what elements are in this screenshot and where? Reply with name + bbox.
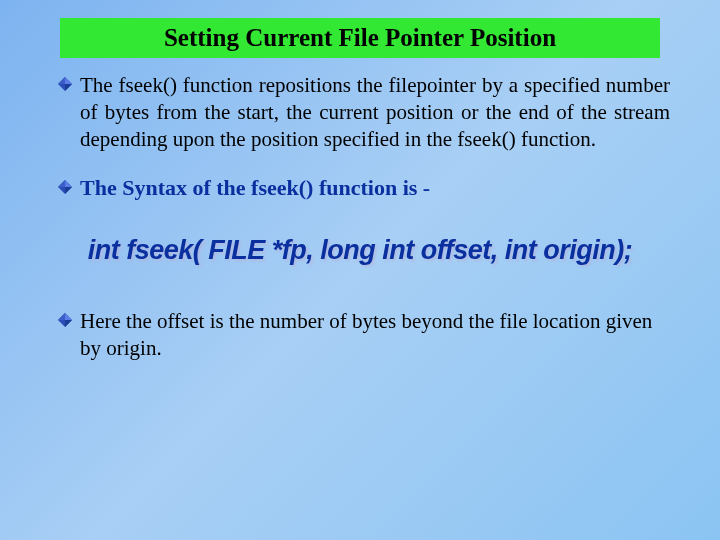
slide-content: The fseek() function repositions the fil… xyxy=(0,58,720,361)
svg-marker-6 xyxy=(58,180,65,187)
bullet-text-2: The Syntax of the fseek() function is - xyxy=(50,175,670,201)
bullet-text-3: Here the offset is the number of bytes b… xyxy=(50,308,670,362)
svg-marker-1 xyxy=(65,77,72,84)
bullet-item-1: The fseek() function repositions the fil… xyxy=(50,72,670,153)
svg-marker-11 xyxy=(65,320,72,327)
svg-marker-10 xyxy=(58,313,65,320)
bullet-item-3: Here the offset is the number of bytes b… xyxy=(50,308,670,362)
bullet-text-1: The fseek() function repositions the fil… xyxy=(50,72,670,153)
diamond-bullet-icon xyxy=(58,77,72,91)
bullet-item-2: The Syntax of the fseek() function is - xyxy=(50,175,670,201)
svg-marker-3 xyxy=(65,84,72,91)
slide-title: Setting Current File Pointer Position xyxy=(60,18,660,58)
diamond-bullet-icon xyxy=(58,313,72,327)
svg-marker-7 xyxy=(65,187,72,194)
svg-marker-9 xyxy=(65,313,72,320)
syntax-line: int fseek( FILE *fp, long int offset, in… xyxy=(50,235,670,266)
svg-marker-2 xyxy=(58,77,65,84)
syntax-code-text: int fseek( FILE *fp, long int offset, in… xyxy=(88,235,632,265)
svg-marker-5 xyxy=(65,180,72,187)
diamond-bullet-icon xyxy=(58,180,72,194)
